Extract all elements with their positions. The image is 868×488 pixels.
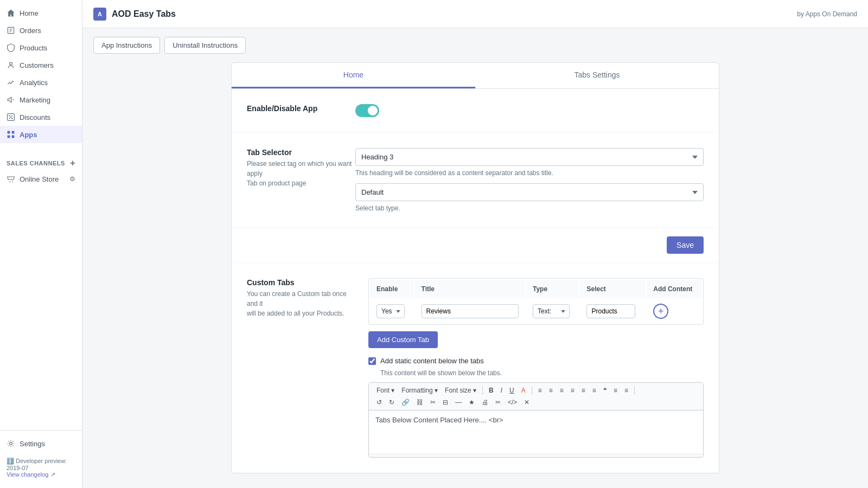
- tb-redo[interactable]: ↻: [386, 397, 398, 408]
- main-card: Home Tabs Settings Enable/Disable App: [231, 62, 719, 473]
- enable-toggle[interactable]: [355, 104, 379, 117]
- row-enable-select[interactable]: Yes No: [376, 304, 405, 318]
- home-icon: [7, 9, 15, 17]
- heading-select[interactable]: Heading 1 Heading 2 Heading 3 Heading 4 …: [355, 148, 704, 166]
- table-row: Yes No: [370, 299, 702, 323]
- add-custom-tab-button[interactable]: Add Custom Tab: [368, 331, 438, 348]
- sidebar-item-products-label: Products: [20, 44, 47, 52]
- tb-link[interactable]: 🔗: [398, 397, 413, 408]
- tb-table[interactable]: ⊟: [439, 397, 451, 408]
- tb-scissors[interactable]: ✂: [427, 397, 439, 408]
- tb-formatting[interactable]: Formatting ▾: [398, 385, 441, 396]
- tb-print[interactable]: 🖨: [478, 397, 492, 408]
- custom-tabs-section: Custom Tabs You can create a Custom tab …: [232, 263, 719, 473]
- tb-hr[interactable]: —: [452, 397, 465, 408]
- online-store-icon: [7, 175, 15, 183]
- sidebar-item-home[interactable]: Home: [0, 4, 82, 22]
- sidebar-item-discounts[interactable]: Discounts: [0, 108, 82, 126]
- sidebar-item-marketing[interactable]: Marketing: [0, 91, 82, 108]
- tb-unlink[interactable]: ⛓: [413, 397, 426, 408]
- svg-rect-5: [8, 131, 10, 134]
- tb-star[interactable]: ★: [465, 397, 478, 408]
- row-title-input[interactable]: [422, 304, 519, 318]
- sidebar-item-customers[interactable]: Customers: [0, 56, 82, 74]
- dev-preview-date: 2019-07: [7, 465, 28, 471]
- tb-ul[interactable]: ≡: [621, 385, 631, 396]
- add-content-button[interactable]: +: [653, 304, 668, 319]
- sales-channels-label: SALES CHANNELS +: [0, 152, 82, 170]
- sidebar-item-analytics-label: Analytics: [20, 79, 48, 87]
- tb-fontsize[interactable]: Font size ▾: [442, 385, 480, 396]
- card-body: Enable/Disable App Tab Selector Please s…: [232, 89, 719, 473]
- row-type-select[interactable]: Text: HTML:: [533, 304, 570, 318]
- save-row: Save: [232, 228, 719, 263]
- uninstall-instructions-button[interactable]: Uninstall Instructions: [164, 37, 246, 54]
- heading-hint: This heading will be considered as a con…: [355, 169, 704, 177]
- save-button[interactable]: Save: [667, 236, 704, 254]
- app-title: AOD Easy Tabs: [112, 9, 176, 19]
- static-content-checkbox[interactable]: [368, 357, 376, 365]
- app-instructions-button[interactable]: App Instructions: [93, 37, 160, 54]
- tb-align-center[interactable]: ≡: [546, 385, 556, 396]
- tb-clear[interactable]: ✕: [521, 397, 533, 408]
- settings-label: Settings: [20, 440, 45, 448]
- tb-undo[interactable]: ↺: [373, 397, 385, 408]
- tb-source[interactable]: </>: [505, 397, 520, 408]
- col-enable: Enable: [370, 280, 414, 298]
- tb-indent[interactable]: ≡: [578, 385, 589, 396]
- static-content-label[interactable]: Add static content below the tabs: [380, 357, 484, 365]
- settings-icon: [7, 439, 15, 448]
- tb-ol[interactable]: ≡: [610, 385, 621, 396]
- row-select-input[interactable]: [586, 304, 635, 318]
- tb-align-right[interactable]: ≡: [557, 385, 567, 396]
- topbar-by-label: by Apps On Demand: [797, 10, 857, 18]
- sidebar-item-products[interactable]: Products: [0, 39, 82, 56]
- orders-icon: [7, 26, 15, 35]
- svg-point-9: [9, 182, 10, 183]
- rich-text-editor: Font ▾ Formatting ▾ Font size ▾ B I U: [368, 382, 704, 458]
- tab-type-select[interactable]: Default Accordion Toggle: [355, 183, 704, 201]
- tb-quote[interactable]: ❝: [600, 385, 610, 396]
- tab-tabs-settings[interactable]: Tabs Settings: [475, 63, 719, 88]
- svg-rect-7: [8, 136, 10, 138]
- tb-bold[interactable]: B: [486, 385, 497, 396]
- changelog-link[interactable]: View changelog ↗: [7, 471, 55, 478]
- dev-preview-section: ℹ️ Developer preview: 2019-07 View chang…: [0, 452, 82, 484]
- tb-underline[interactable]: U: [506, 385, 518, 396]
- add-sales-channel-button[interactable]: +: [70, 158, 75, 168]
- tab-type-hint: Select tab type.: [355, 204, 704, 212]
- custom-tabs-table: Enable Title Type Select Add Content: [368, 278, 704, 325]
- tb-align-left[interactable]: ≡: [535, 385, 545, 396]
- static-content-row: Add static content below the tabs: [368, 357, 704, 365]
- customers-icon: [7, 61, 15, 69]
- col-select: Select: [580, 280, 646, 298]
- topbar: A AOD Easy Tabs by Apps On Demand: [82, 0, 868, 28]
- tb-cut[interactable]: ✂: [492, 397, 504, 408]
- enable-label: Enable/Disable App: [247, 104, 355, 113]
- svg-point-11: [10, 442, 12, 445]
- svg-point-3: [11, 118, 12, 119]
- sidebar-item-orders-label: Orders: [20, 27, 41, 35]
- tab-home[interactable]: Home: [232, 63, 475, 88]
- products-icon: [7, 43, 15, 52]
- tb-outdent[interactable]: ≡: [589, 385, 599, 396]
- tb-color[interactable]: A: [518, 385, 529, 396]
- tb-justify[interactable]: ≡: [567, 385, 578, 396]
- online-store-gear-icon[interactable]: ⚙: [69, 175, 75, 183]
- editor-content[interactable]: Tabs Below Content Placed Here.... <br>: [369, 410, 703, 454]
- analytics-icon: [7, 78, 15, 87]
- content-area: App Instructions Uninstall Instructions …: [82, 28, 868, 488]
- svg-rect-8: [12, 136, 15, 138]
- sidebar-item-orders[interactable]: Orders: [0, 22, 82, 39]
- sidebar-item-online-store[interactable]: Online Store ⚙: [0, 170, 82, 188]
- editor-resize-handle[interactable]: [369, 454, 703, 457]
- sidebar-item-apps-label: Apps: [20, 131, 37, 139]
- svg-point-1: [10, 62, 12, 65]
- tb-italic[interactable]: I: [497, 385, 506, 396]
- app-logo: A: [93, 8, 106, 21]
- sidebar-item-analytics[interactable]: Analytics: [0, 74, 82, 91]
- sidebar-item-apps[interactable]: Apps: [0, 126, 82, 143]
- tb-font[interactable]: Font ▾: [373, 385, 398, 396]
- sidebar-item-settings[interactable]: Settings: [0, 435, 82, 452]
- custom-tabs-label: Custom Tabs: [247, 278, 355, 287]
